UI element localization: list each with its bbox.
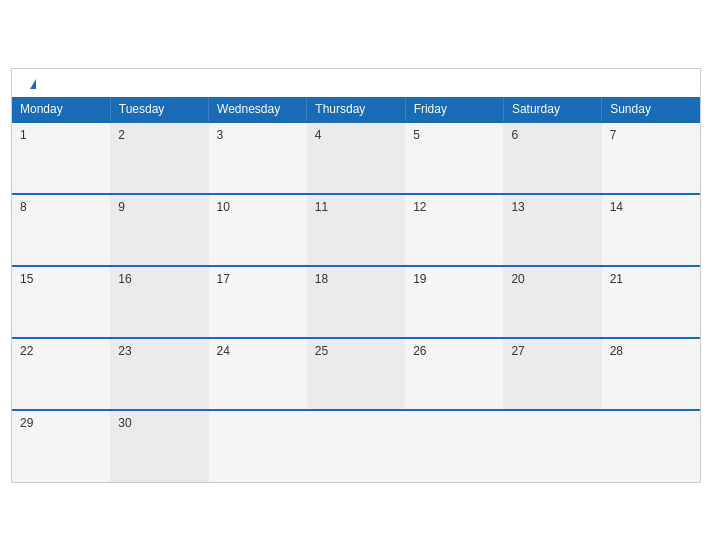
weekday-header-friday: Friday bbox=[405, 97, 503, 122]
calendar-cell bbox=[209, 410, 307, 482]
calendar-cell: 3 bbox=[209, 122, 307, 194]
weekday-header-saturday: Saturday bbox=[503, 97, 601, 122]
calendar-cell: 19 bbox=[405, 266, 503, 338]
calendar-cell: 8 bbox=[12, 194, 110, 266]
logo-triangle-icon bbox=[30, 79, 36, 89]
week-row-3: 15161718192021 bbox=[12, 266, 700, 338]
weekday-header-row: MondayTuesdayWednesdayThursdayFridaySatu… bbox=[12, 97, 700, 122]
calendar-cell: 1 bbox=[12, 122, 110, 194]
weekday-header-thursday: Thursday bbox=[307, 97, 405, 122]
calendar-cell: 4 bbox=[307, 122, 405, 194]
calendar-cell: 5 bbox=[405, 122, 503, 194]
calendar-cell: 23 bbox=[110, 338, 208, 410]
calendar-cell: 28 bbox=[602, 338, 700, 410]
calendar-cell: 20 bbox=[503, 266, 601, 338]
calendar-cell: 21 bbox=[602, 266, 700, 338]
calendar-cell bbox=[405, 410, 503, 482]
weekday-header-sunday: Sunday bbox=[602, 97, 700, 122]
calendar-cell bbox=[503, 410, 601, 482]
calendar-cell: 30 bbox=[110, 410, 208, 482]
calendar-grid: MondayTuesdayWednesdayThursdayFridaySatu… bbox=[12, 97, 700, 482]
calendar-cell bbox=[602, 410, 700, 482]
calendar-cell: 27 bbox=[503, 338, 601, 410]
calendar-cell: 13 bbox=[503, 194, 601, 266]
weekday-header-monday: Monday bbox=[12, 97, 110, 122]
calendar-cell bbox=[307, 410, 405, 482]
calendar-cell: 12 bbox=[405, 194, 503, 266]
calendar-cell: 15 bbox=[12, 266, 110, 338]
week-row-4: 22232425262728 bbox=[12, 338, 700, 410]
calendar-cell: 22 bbox=[12, 338, 110, 410]
calendar-cell: 7 bbox=[602, 122, 700, 194]
week-row-2: 891011121314 bbox=[12, 194, 700, 266]
calendar-cell: 2 bbox=[110, 122, 208, 194]
calendar-cell: 24 bbox=[209, 338, 307, 410]
calendar-cell: 26 bbox=[405, 338, 503, 410]
calendar-header bbox=[12, 69, 700, 97]
calendar-cell: 16 bbox=[110, 266, 208, 338]
week-row-1: 1234567 bbox=[12, 122, 700, 194]
calendar-container: MondayTuesdayWednesdayThursdayFridaySatu… bbox=[11, 68, 701, 483]
calendar-cell: 9 bbox=[110, 194, 208, 266]
calendar-cell: 29 bbox=[12, 410, 110, 482]
week-row-5: 2930 bbox=[12, 410, 700, 482]
calendar-body: 1234567891011121314151617181920212223242… bbox=[12, 122, 700, 482]
weekday-header-wednesday: Wednesday bbox=[209, 97, 307, 122]
calendar-cell: 10 bbox=[209, 194, 307, 266]
calendar-cell: 25 bbox=[307, 338, 405, 410]
calendar-cell: 18 bbox=[307, 266, 405, 338]
calendar-cell: 14 bbox=[602, 194, 700, 266]
calendar-cell: 11 bbox=[307, 194, 405, 266]
weekday-header-tuesday: Tuesday bbox=[110, 97, 208, 122]
logo bbox=[28, 79, 36, 89]
calendar-cell: 6 bbox=[503, 122, 601, 194]
calendar-cell: 17 bbox=[209, 266, 307, 338]
